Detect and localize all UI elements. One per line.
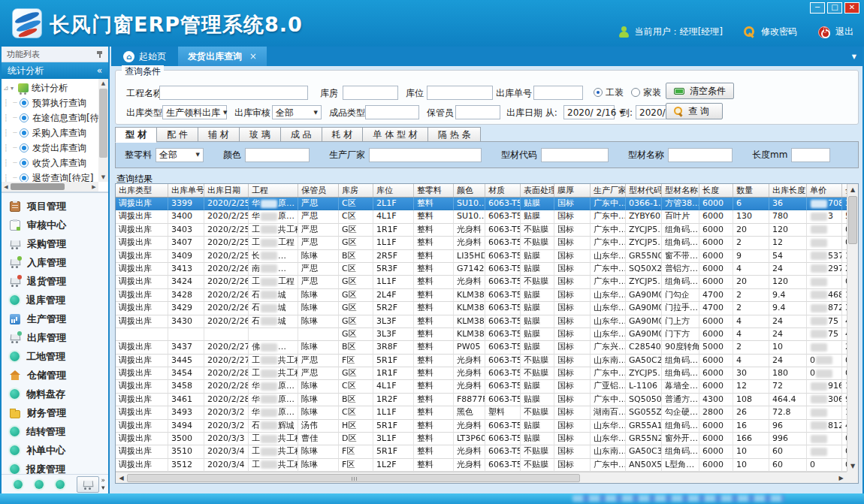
table-row[interactable]: 调拨出库34092020/2/25长…陈琳B区2R5F整料LI35HD6063-…	[116, 250, 847, 263]
order-no-input[interactable]	[533, 86, 583, 100]
tab-close-icon[interactable]: ×	[249, 51, 257, 62]
column-header-材质[interactable]: 材质	[485, 184, 521, 197]
change-password-link[interactable]: 修改密码	[761, 26, 797, 38]
search-button[interactable]: 查 询	[666, 103, 723, 119]
column-header-出库类型[interactable]: 出库类型	[116, 184, 168, 197]
scroll-up-icon[interactable]: ▲	[98, 79, 108, 88]
module-dot-icon[interactable]	[14, 480, 23, 489]
table-row[interactable]: 调拨出库34002020/2/25华原…严思C区4L1F整料SU10…6063-…	[116, 210, 847, 223]
material-tab-型材[interactable]: 型 材	[115, 127, 157, 143]
sidebar-item-退库管理[interactable]: 退库管理	[2, 291, 108, 309]
scroll-left-icon[interactable]: ◀	[2, 184, 11, 190]
sidebar-item-报废管理[interactable]: 报废管理	[2, 460, 108, 474]
material-tab-辅材[interactable]: 辅 材	[198, 127, 240, 142]
scroll-down-icon[interactable]: ▼	[98, 173, 108, 182]
grid-vertical-scrollbar[interactable]: ▲ ▼	[847, 184, 858, 472]
table-row[interactable]: 调拨出库34542020/2/28工共工程严思G区1R1F整料光身料6063-T…	[116, 367, 847, 380]
sidebar-item-财务管理[interactable]: 财务管理	[2, 403, 108, 422]
table-row[interactable]: 调拨出库33992020/2/25华原…严思C区2L1F整料SU10…6063-…	[116, 198, 847, 210]
column-header-保管员[interactable]: 保管员	[298, 184, 339, 197]
table-row[interactable]: 调拨出库35102020/3/4工共工程陈琳F区5R1F整料光身料6063-T5…	[116, 445, 847, 458]
close-button[interactable]: ✕	[844, 2, 859, 14]
scroll-left-icon[interactable]: ◀	[116, 475, 127, 481]
sidebar-item-退货管理[interactable]: 退货管理	[2, 272, 108, 291]
column-header-表面处理[interactable]: 表面处理	[521, 184, 554, 197]
sidebar-item-生产管理[interactable]: 生产管理	[2, 309, 108, 328]
column-header-膜厚[interactable]: 膜厚	[554, 184, 591, 197]
scroll-down-icon[interactable]: ▼	[847, 460, 858, 472]
pin-icon[interactable]	[96, 50, 103, 58]
material-tab-玻璃[interactable]: 玻 璃	[240, 127, 281, 142]
table-row[interactable]: 调拨出库34452020/2/27工共工程严思F区5R1F整料光身料6063-T…	[116, 355, 847, 367]
table-row[interactable]: 调拨出库34132020/2/26南…严思C区5R3F整料G714226063-…	[116, 263, 847, 276]
column-header-整零料[interactable]: 整零料	[414, 184, 454, 197]
table-row[interactable]: 调拨出库35122020/3/4工共工程陈琳F区1L2F整料光身料6063-T5…	[116, 459, 847, 472]
tree-item-退货查询待定[interactable]: ┊┈退货查询[待定]	[2, 171, 98, 182]
sidebar-item-入库管理[interactable]: 入库管理	[2, 253, 108, 272]
filter-input-生产厂家[interactable]	[369, 148, 482, 162]
material-tab-单体型材[interactable]: 单 体 型 材	[363, 127, 427, 142]
date-from-picker[interactable]: 2020/ 2/16 ▼	[563, 105, 615, 119]
sidebar-item-出库管理[interactable]: 出库管理	[2, 328, 108, 347]
tree-item-在途信息查询待[interactable]: ┊┈在途信息查询[待	[2, 110, 98, 125]
expander-icon[interactable]: ▾	[11, 85, 18, 92]
column-header-出库单号[interactable]: 出库单号	[168, 184, 204, 197]
minimize-button[interactable]: ─	[810, 2, 825, 14]
scroll-up-icon[interactable]: ▲	[847, 184, 858, 195]
scroll-thumb[interactable]	[127, 474, 580, 482]
tree-horizontal-scrollbar[interactable]: ◀ ▶	[2, 182, 98, 192]
table-row[interactable]: 调拨出库34072020/2/25工工程严思G区1L1F整料光身料6063-T5…	[116, 237, 847, 249]
table-row[interactable]: 调拨出库35002020/3/3工共工程曹佳D区3L1F整料LT3P606063…	[116, 433, 847, 445]
column-header-生产厂家[interactable]: 生产厂家	[591, 184, 626, 197]
table-row[interactable]: 调拨出库34612020/2/28华原…陈琳B区1R2F整料F8877FT606…	[116, 394, 847, 406]
tree-item-预算执行查询[interactable]: ┊┈预算执行查询	[2, 95, 98, 110]
sidebar-item-采购管理[interactable]: 采购管理	[2, 234, 108, 253]
column-header-单价[interactable]: 单价	[807, 184, 842, 197]
sidebar-section-header[interactable]: 统计分析 «	[2, 62, 108, 79]
column-header-型材名称[interactable]: 型材名称	[662, 184, 699, 197]
column-header-数量[interactable]: 数量	[733, 184, 769, 197]
scroll-thumb[interactable]	[848, 196, 857, 244]
scroll-right-icon[interactable]: ▶	[89, 184, 98, 190]
tab-home[interactable]: ⌂ 起始页	[111, 47, 178, 66]
table-row[interactable]: 调拨出库34032020/2/25工共工程严思G区1R1F整料光身料6063-T…	[116, 224, 847, 237]
column-header-颜色[interactable]: 颜色	[454, 184, 485, 197]
column-header-出库日期[interactable]: 出库日期	[204, 184, 249, 197]
table-row[interactable]: 调拨出库34292020/2/26石城陈琳G区5R2F整料KLM38176063…	[116, 302, 847, 315]
material-tab-成品[interactable]: 成 品	[281, 127, 322, 142]
sidebar-item-审核中心[interactable]: 审核中心	[2, 216, 108, 234]
table-row[interactable]: 调拨出库34582020/2/28华原…陈琳C区4L1F整料光身料6063-T5…	[116, 380, 847, 393]
tree-item-发货出库查询[interactable]: ┊┈发货出库查询	[2, 140, 98, 155]
table-row[interactable]: 调拨出库34242020/2/26工工程严思G区1L1F整料光身料6063-T5…	[116, 276, 847, 288]
filter-select-整零料[interactable]: 全部▼	[156, 148, 204, 162]
grid-horizontal-scrollbar[interactable]: ◀ ▶	[116, 472, 847, 483]
table-row[interactable]: 调拨出库34282020/2/26石城陈琳G区2L4F整料KLM38176063…	[116, 289, 847, 302]
column-header-出库长度[interactable]: 出库长度	[769, 184, 807, 197]
sidebar-item-补单中心[interactable]: 补单中心	[2, 441, 108, 460]
filter-input-型材名称[interactable]	[668, 148, 733, 162]
tree-root-node[interactable]: ⊿▾统计分析	[2, 80, 98, 95]
project-name-input[interactable]	[159, 86, 308, 100]
warehouse-input[interactable]	[343, 86, 398, 100]
table-row[interactable]: 调拨出库34932020/3/2华原…陈琳C区1L1F整料黑色塑料不贴膜国标湖南…	[116, 406, 847, 419]
radio-work-clothing[interactable]: 工装	[594, 86, 624, 99]
column-header-工程[interactable]: 工程	[249, 184, 298, 197]
collapse-icon[interactable]: «	[97, 65, 102, 76]
out-type-select[interactable]: 生产领料出库 ▼	[162, 105, 227, 119]
module-cart-button[interactable]	[77, 476, 99, 493]
overflow-chevron-icon[interactable]: »▾	[101, 476, 105, 491]
audit-select[interactable]: 全部 ▼	[272, 105, 322, 119]
maximize-button[interactable]: □	[827, 2, 842, 14]
column-header-库房[interactable]: 库房	[339, 184, 373, 197]
table-row[interactable]: 调拨出库34942020/3/2石辉城汤伟H区5R1F整料光身料6063-T5贴…	[116, 420, 847, 433]
location-input[interactable]	[427, 86, 493, 100]
table-row[interactable]: 调拨出库34372020/2/27佛…陈琳B区3R8F整料PW056063-T5…	[116, 341, 847, 354]
scroll-thumb[interactable]	[11, 183, 65, 190]
sidebar-item-物料盘存[interactable]: 物料盘存	[2, 385, 108, 403]
column-header-库位[interactable]: 库位	[373, 184, 414, 197]
column-header-型材代码[interactable]: 型材代码	[626, 184, 662, 197]
tree-vertical-scrollbar[interactable]: ▲ ▼	[98, 79, 108, 182]
table-row[interactable]: G区3L3F整料KLM38176063-T5贴膜国标山东华…GA90M09…门下…	[116, 328, 847, 341]
tab-list-caret-icon[interactable]: ▼	[852, 53, 856, 60]
tree-item-收货入库查询[interactable]: ┊┈收货入库查询	[2, 155, 98, 171]
